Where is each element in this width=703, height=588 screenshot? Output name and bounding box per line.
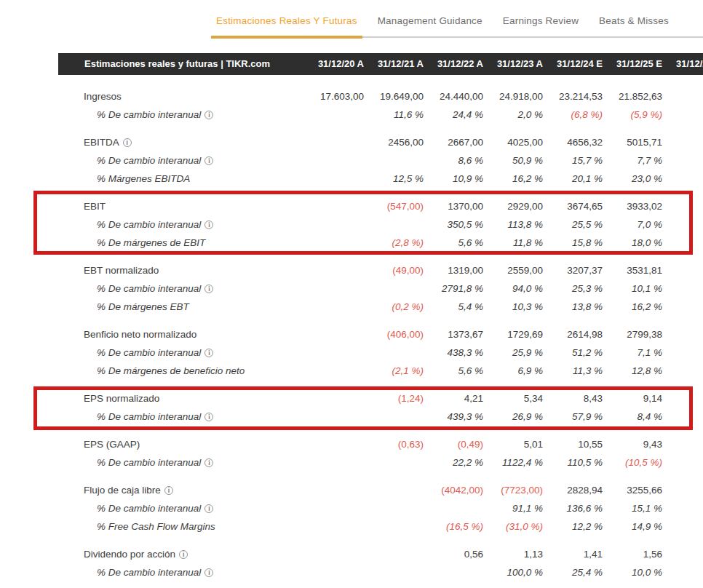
row-label-text: % De cambio interanual	[97, 283, 201, 294]
row-label: % De cambio interanuali	[58, 408, 304, 426]
cell-value: 7,0 %	[603, 215, 662, 234]
table-row: % De cambio interanuali11,6 %24,4 %2,0 %…	[58, 106, 703, 124]
cell-value	[662, 197, 703, 215]
info-icon[interactable]: i	[204, 568, 213, 577]
cell-value: 1122,4 %	[483, 453, 543, 472]
table-row: % De cambio interanuali438,3 %25,9 %51,2…	[58, 343, 703, 362]
row-label: Benficio neto normalizado	[58, 325, 304, 343]
cell-value	[364, 279, 424, 298]
cell-value	[662, 453, 703, 472]
cell-value: 10,1 %	[603, 279, 662, 298]
cell-value	[662, 261, 703, 279]
column-header: 31/12/22 A	[424, 53, 483, 75]
table-row: % De cambio interanuali91,1 %136,6 %15,1…	[58, 499, 703, 517]
cell-value	[364, 408, 424, 426]
cell-value: 5,6 %	[424, 362, 483, 380]
cell-value: 8,6 %	[424, 151, 483, 170]
row-label-text: EPS normalizado	[84, 393, 159, 404]
cell-value: 12,2 %	[543, 517, 603, 536]
cell-value	[662, 279, 703, 298]
cell-value: 51,2 %	[543, 343, 603, 362]
table-row: EPS (GAAP)(0,63)(0,49)5,0110,559,43	[58, 435, 703, 453]
info-icon[interactable]: i	[204, 458, 213, 467]
info-icon[interactable]: i	[204, 285, 213, 293]
table-row: EBIT(547,00)1370,002929,003674,653933,02	[58, 197, 703, 215]
cell-value: 1,56	[603, 545, 662, 563]
cell-value: 8,43	[543, 389, 603, 408]
estimates-table: Estimaciones reales y futuras | TIKR.com…	[58, 53, 703, 581]
cell-value: 24,4 %	[424, 106, 483, 124]
cell-value: 9,43	[603, 435, 662, 453]
cell-value: 2456,00	[364, 133, 424, 151]
row-label: EPS (GAAP)	[58, 435, 304, 453]
cell-value: 18,0 %	[603, 234, 662, 252]
cell-value: 23,0 %	[603, 170, 662, 188]
cell-value: 2929,00	[483, 197, 543, 215]
cell-value	[424, 563, 483, 581]
info-icon[interactable]: i	[204, 156, 213, 165]
cell-value: 0,56	[424, 545, 483, 563]
row-label: EBIT	[58, 197, 304, 215]
cell-value: 2828,94	[543, 481, 603, 499]
row-label: % De cambio interanuali	[58, 499, 304, 517]
cell-value: (2,8 %)	[364, 234, 424, 252]
table-header-row: Estimaciones reales y futuras | TIKR.com…	[58, 53, 703, 75]
cell-value: (6,8 %)	[543, 106, 603, 124]
row-label-text: Benficio neto normalizado	[84, 329, 196, 340]
tab-management-guidance[interactable]: Management Guidance	[373, 0, 488, 36]
cell-value	[304, 545, 364, 563]
cell-value	[304, 499, 364, 517]
tab-earnings-review[interactable]: Earnings Review	[498, 0, 584, 36]
table-row: EBT normalizado(49,00)1319,002559,003207…	[58, 261, 703, 279]
row-label-text: % De cambio interanual	[97, 411, 201, 422]
cell-value: 50,9 %	[483, 151, 543, 170]
cell-value: (0,2 %)	[364, 298, 424, 316]
info-icon[interactable]: i	[204, 349, 213, 357]
cell-value: 2559,00	[483, 261, 543, 279]
column-header: 31/12/25 E	[603, 53, 662, 75]
row-label: % De cambio interanuali	[58, 563, 304, 581]
row-label: % De márgenes EBT	[58, 298, 304, 316]
info-icon[interactable]: i	[123, 138, 132, 147]
table-row: % Márgenes EBITDA12,5 %10,9 %16,2 %20,1 …	[58, 170, 703, 188]
cell-value: 4656,32	[543, 133, 603, 151]
column-header: 31/12/26 E	[662, 53, 703, 75]
row-label: % De cambio interanuali	[58, 151, 304, 170]
cell-value	[304, 453, 364, 472]
cell-value: 438,3 %	[424, 343, 483, 362]
row-label-text: % De cambio interanual	[97, 219, 201, 230]
table-row: % De márgenes EBT(0,2 %)5,4 %10,3 %13,8 …	[58, 298, 703, 316]
cell-value: 3531,81	[603, 261, 662, 279]
cell-value: 15,7 %	[543, 151, 603, 170]
cell-value: 3933,02	[603, 197, 662, 215]
info-icon[interactable]: i	[179, 550, 188, 559]
info-icon[interactable]: i	[204, 413, 213, 421]
cell-value	[364, 215, 424, 234]
table-row: % De cambio interanuali8,6 %50,9 %15,7 %…	[58, 151, 703, 170]
row-label-text: Flujo de caja libre	[84, 485, 161, 496]
table-row: Dividendo por accióni0,561,131,411,56	[58, 545, 703, 563]
cell-value: 26,9 %	[483, 408, 543, 426]
table-row: % Free Cash Flow Margins(16,5 %)(31,0 %)…	[58, 517, 703, 536]
tab-beats-and-misses[interactable]: Beats & Misses	[594, 0, 674, 36]
info-icon[interactable]: i	[164, 486, 173, 495]
cell-value	[662, 499, 703, 517]
cell-value	[662, 408, 703, 426]
cell-value: 7,7 %	[603, 151, 662, 170]
cell-value: 8,4 %	[603, 408, 662, 426]
cell-value: 5,6 %	[424, 234, 483, 252]
tab-estimaciones-reales-y-futuras[interactable]: Estimaciones Reales Y Futuras	[211, 0, 362, 36]
cell-value: (5,9 %)	[603, 106, 662, 124]
row-label: % De cambio interanuali	[58, 215, 304, 234]
info-icon[interactable]: i	[204, 220, 213, 229]
info-icon[interactable]: i	[204, 504, 213, 513]
info-icon[interactable]: i	[204, 111, 213, 119]
cell-value: 110,5 %	[543, 453, 603, 472]
cell-value: 1370,00	[424, 197, 483, 215]
table-row: % De cambio interanuali350,5 %113,8 %25,…	[58, 215, 703, 234]
row-label-text: % De márgenes EBT	[97, 301, 189, 312]
cell-value	[364, 343, 424, 362]
cell-value: 23.214,53	[543, 87, 603, 106]
cell-value	[364, 563, 424, 581]
cell-value: 10,3 %	[483, 298, 543, 316]
